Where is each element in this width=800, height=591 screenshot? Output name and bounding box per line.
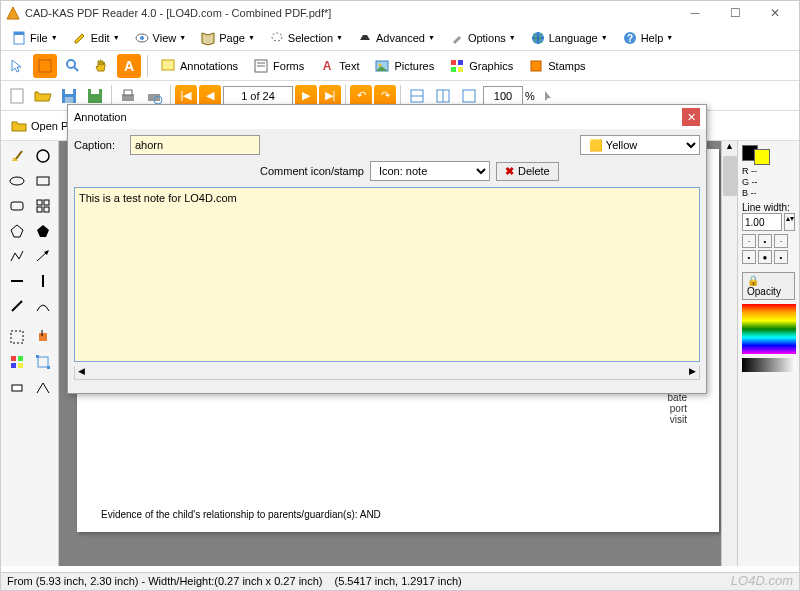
menu-advanced[interactable]: Advanced▼	[351, 28, 441, 48]
color-picker[interactable]	[742, 304, 796, 354]
close-button[interactable]: ✕	[755, 1, 795, 25]
point-style[interactable]: •	[758, 234, 772, 248]
note-icon	[159, 57, 177, 75]
menu-help[interactable]: ?Help▼	[616, 28, 680, 48]
pictures-button[interactable]: Pictures	[368, 55, 439, 77]
caption-input[interactable]	[130, 135, 260, 155]
svg-rect-62	[11, 356, 16, 361]
svg-rect-49	[11, 202, 23, 210]
transform-tool[interactable]	[31, 351, 55, 373]
svg-text:A: A	[323, 59, 332, 73]
menu-selection[interactable]: Selection▼	[263, 28, 349, 48]
form-icon	[252, 57, 270, 75]
polygon-outline-tool[interactable]	[5, 220, 29, 242]
new-button[interactable]	[5, 84, 29, 108]
color-combo[interactable]: 🟨 Yellow	[580, 135, 700, 155]
menu-language[interactable]: Language▼	[524, 28, 614, 48]
scrollbar-thumb[interactable]	[723, 156, 737, 196]
point-style[interactable]: •	[774, 250, 788, 264]
line-tool[interactable]	[5, 295, 29, 317]
marquee-tool[interactable]	[5, 326, 29, 348]
scroll-left-icon[interactable]: ◀	[75, 366, 88, 379]
point-style[interactable]: •	[742, 250, 756, 264]
annotations-button[interactable]: Annotations	[154, 55, 243, 77]
edit-mode[interactable]	[33, 54, 57, 78]
brush-tool[interactable]	[5, 145, 29, 167]
svg-marker-54	[11, 225, 23, 237]
stamps-button[interactable]: Stamps	[522, 55, 590, 77]
help-icon: ?	[622, 30, 638, 46]
opacity-button[interactable]: 🔒 Opacity	[742, 272, 795, 300]
annotation-titlebar[interactable]: Annotation ✕	[68, 105, 706, 129]
delete-x-icon: ✖	[505, 165, 514, 178]
eraser-tool[interactable]	[5, 376, 29, 398]
menu-options[interactable]: Options▼	[443, 28, 522, 48]
pointer-tool[interactable]	[5, 54, 29, 78]
svg-rect-53	[44, 207, 49, 212]
svg-rect-52	[37, 207, 42, 212]
rect-tool[interactable]	[31, 170, 55, 192]
maximize-button[interactable]: ☐	[715, 1, 755, 25]
measure-tool[interactable]	[31, 376, 55, 398]
status-coords: From (5.93 inch, 2.30 inch) - Width/Heig…	[7, 575, 322, 588]
page-input[interactable]	[223, 86, 293, 106]
vline-tool[interactable]	[31, 270, 55, 292]
stamps-label: Stamps	[548, 60, 585, 72]
delete-button[interactable]: ✖Delete	[496, 162, 559, 181]
color-select-tool[interactable]	[5, 351, 29, 373]
bg-color[interactable]	[754, 149, 770, 165]
annotation-title-label: Annotation	[74, 111, 127, 123]
svg-rect-8	[39, 60, 51, 72]
point-style[interactable]: ·	[742, 234, 756, 248]
hline-tool[interactable]	[5, 270, 29, 292]
menu-edit[interactable]: Edit▼	[66, 28, 126, 48]
open-button[interactable]	[31, 84, 55, 108]
menu-file[interactable]: File▼	[5, 28, 64, 48]
linewidth-input[interactable]	[742, 213, 782, 231]
book-icon	[200, 30, 216, 46]
text-button[interactable]: AText	[313, 55, 364, 77]
point-style[interactable]: ·	[774, 234, 788, 248]
pictures-label: Pictures	[394, 60, 434, 72]
menu-advanced-label: Advanced	[376, 32, 425, 44]
color-swatches[interactable]	[742, 145, 795, 165]
zoom-input[interactable]	[483, 86, 523, 106]
ellipse-tool[interactable]	[5, 170, 29, 192]
svg-rect-67	[36, 355, 39, 358]
vertical-scrollbar[interactable]: ▲	[721, 141, 737, 566]
fill-tool[interactable]	[31, 326, 55, 348]
minimize-button[interactable]: ─	[675, 1, 715, 25]
polygon-fill-tool[interactable]	[31, 220, 55, 242]
circle-tool[interactable]	[31, 145, 55, 167]
hand-tool[interactable]	[89, 54, 113, 78]
caption-label: Caption:	[74, 139, 124, 151]
point-style[interactable]: ●	[758, 250, 772, 264]
grid-tool[interactable]	[31, 195, 55, 217]
scroll-right-icon[interactable]: ▶	[686, 366, 699, 379]
rounded-rect-tool[interactable]	[5, 195, 29, 217]
svg-rect-65	[18, 363, 23, 368]
arrow-tool[interactable]	[31, 245, 55, 267]
annotation-close-button[interactable]: ✕	[682, 108, 700, 126]
icon-combo[interactable]: Icon: note	[370, 161, 490, 181]
curve-tool[interactable]	[31, 295, 55, 317]
linewidth-stepper[interactable]: ▴▾	[784, 213, 795, 231]
menu-page[interactable]: Page▼	[194, 28, 261, 48]
svg-point-46	[37, 150, 49, 162]
svg-rect-11	[162, 60, 174, 70]
svg-line-45	[16, 151, 22, 159]
scroll-up-icon[interactable]: ▲	[722, 141, 737, 155]
polyline-tool[interactable]	[5, 245, 29, 267]
text-select-tool[interactable]: A	[117, 54, 141, 78]
zoom-tool[interactable]	[61, 54, 85, 78]
stamp-icon	[527, 57, 545, 75]
textarea-hscrollbar[interactable]: ◀▶	[74, 366, 700, 380]
brightness-slider[interactable]	[742, 358, 796, 372]
forms-button[interactable]: Forms	[247, 55, 309, 77]
note-textarea[interactable]	[74, 187, 700, 362]
dropdown-icon: ▼	[179, 34, 186, 41]
menu-view[interactable]: View▼	[128, 28, 193, 48]
graphics-button[interactable]: Graphics	[443, 55, 518, 77]
svg-point-9	[67, 60, 75, 68]
svg-rect-48	[37, 177, 49, 185]
